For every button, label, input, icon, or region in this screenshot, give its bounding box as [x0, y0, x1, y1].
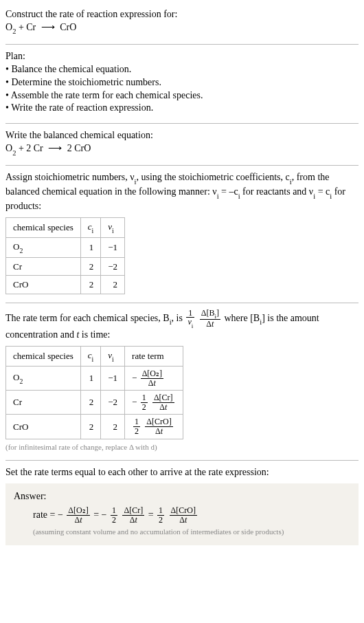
stoich-intro: Assign stoichiometric numbers, νi, using… [5, 171, 359, 213]
fraction: Δ[CrO]Δt [170, 506, 197, 524]
answer-box: Answer: rate = − Δ[O₂]Δt = − 12 Δ[Cr]Δt … [5, 483, 359, 545]
table-header-row: chemical species ci νi [6, 218, 125, 238]
col-ci: ci [80, 347, 101, 367]
cell-species: CrO [6, 276, 81, 294]
divider [5, 165, 359, 166]
cell-species: O2 [6, 237, 81, 257]
plan-title: Plan: [5, 50, 359, 63]
fraction: Δ[Bi] Δt [200, 309, 220, 329]
cell-ci: 2 [80, 391, 101, 415]
fraction: 12 [111, 506, 117, 524]
reaction-arrow-icon: ⟶ [38, 22, 58, 32]
cell-rate: − 12 Δ[Cr]Δt [125, 391, 183, 415]
prompt-text: Construct the rate of reaction expressio… [5, 8, 359, 21]
col-species: chemical species [6, 347, 81, 367]
table-row: CrO 2 2 12 Δ[CrO]Δt [6, 415, 183, 439]
plan-section: Plan: Balance the chemical equation. Det… [5, 46, 359, 122]
answer-label: Answer: [14, 490, 350, 503]
reaction-arrow-icon: ⟶ [45, 143, 65, 153]
col-rate: rate term [125, 347, 183, 367]
prompt-section: Construct the rate of reaction expressio… [5, 4, 359, 43]
fraction: 12 [157, 506, 164, 524]
cell-ci: 2 [80, 415, 101, 439]
stoich-table: chemical species ci νi O2 1 −1 Cr 2 −2 C… [5, 217, 125, 294]
cell-vi: −1 [101, 366, 125, 390]
cell-ci: 2 [80, 276, 101, 294]
cell-vi: 2 [101, 276, 125, 294]
species-o2: O2 [5, 143, 16, 153]
cell-vi: −2 [101, 257, 125, 276]
stoich-section: Assign stoichiometric numbers, νi, using… [5, 167, 359, 300]
rateterm-table: chemical species ci νi rate term O2 1 −1… [5, 346, 183, 439]
divider [5, 44, 359, 45]
final-section: Set the rate terms equal to each other t… [5, 462, 359, 545]
cell-species: Cr [6, 257, 81, 276]
fraction: Δ[O₂]Δt [67, 506, 89, 524]
final-intro: Set the rate terms equal to each other t… [5, 466, 359, 479]
cell-rate: − Δ[O₂] Δt [125, 366, 183, 390]
table-row: Cr 2 −2 [6, 257, 125, 276]
table-row: Cr 2 −2 − 12 Δ[Cr]Δt [6, 391, 183, 415]
rateterm-note: (for infinitesimal rate of change, repla… [5, 442, 359, 452]
cell-rate: 12 Δ[CrO]Δt [125, 415, 183, 439]
divider [5, 303, 359, 303]
cell-ci: 2 [80, 257, 101, 276]
unbalanced-equation: O2 + Cr ⟶ CrO [5, 21, 359, 36]
col-ci: ci [80, 218, 101, 238]
table-row: CrO 2 2 [6, 276, 125, 294]
balanced-equation: O2 + 2 Cr ⟶ 2 CrO [5, 142, 359, 157]
plan-item: Assemble the rate term for each chemical… [5, 89, 359, 102]
balanced-intro: Write the balanced chemical equation: [5, 129, 359, 142]
rateterm-section: The rate term for each chemical species,… [5, 305, 359, 459]
cell-ci: 1 [80, 366, 101, 390]
table-row: O2 1 −1 − Δ[O₂] Δt [6, 366, 183, 390]
fraction: Δ[O₂] Δt [141, 369, 163, 387]
cell-vi: 2 [101, 415, 125, 439]
balanced-section: Write the balanced chemical equation: O2… [5, 125, 359, 164]
answer-note: (assuming constant volume and no accumul… [14, 527, 350, 537]
fraction: Δ[Cr]Δt [152, 393, 174, 411]
cell-species: O2 [6, 366, 81, 390]
cell-vi: −2 [101, 391, 125, 415]
species-o2: O2 [5, 22, 16, 32]
divider [5, 123, 359, 124]
fraction: 12 [133, 417, 140, 435]
cell-ci: 1 [80, 237, 101, 257]
fraction: Δ[CrO]Δt [145, 417, 172, 435]
rateterm-intro: The rate term for each chemical species,… [5, 309, 359, 342]
plan-item: Balance the chemical equation. [5, 63, 359, 76]
fraction: 1 νi [186, 309, 194, 329]
col-species: chemical species [6, 218, 81, 238]
plan-item: Determine the stoichiometric numbers. [5, 76, 359, 89]
table-header-row: chemical species ci νi rate term [6, 347, 183, 367]
fraction: 12 [141, 393, 148, 411]
rate-expression: rate = − Δ[O₂]Δt = − 12 Δ[Cr]Δt = 12 Δ[C… [14, 506, 350, 524]
divider [5, 460, 359, 461]
table-row: O2 1 −1 [6, 237, 125, 257]
cell-species: CrO [6, 415, 81, 439]
col-vi: νi [101, 347, 125, 367]
cell-vi: −1 [101, 237, 125, 257]
col-vi: νi [101, 218, 125, 238]
cell-species: Cr [6, 391, 81, 415]
plan-list: Balance the chemical equation. Determine… [5, 63, 359, 116]
plan-item: Write the rate of reaction expression. [5, 102, 359, 115]
fraction: Δ[Cr]Δt [122, 506, 144, 524]
